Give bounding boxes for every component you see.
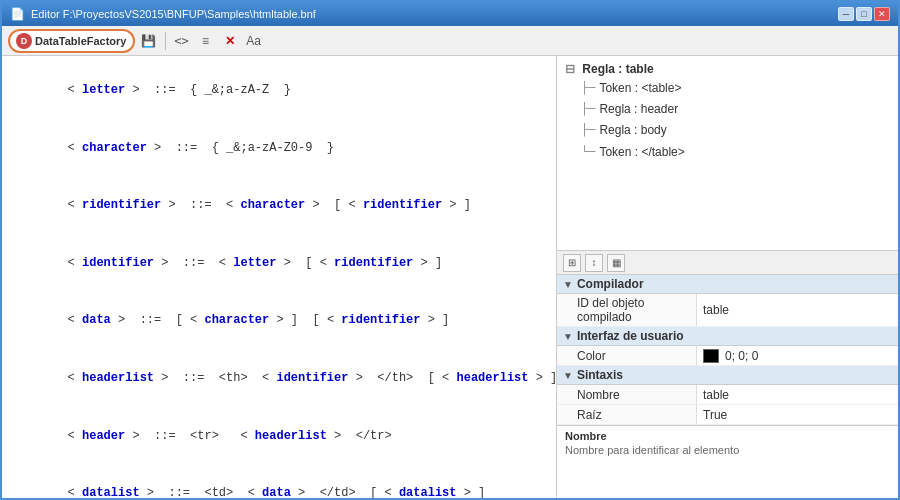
props-grid-btn[interactable]: ⊞ bbox=[563, 254, 581, 272]
toolbar: D DataTableFactory 💾 <> ≡ ✕ Aa bbox=[2, 26, 898, 56]
title-bar-controls: ─ □ ✕ bbox=[838, 7, 890, 21]
props-status-title: Nombre bbox=[565, 430, 890, 442]
props-status: Nombre Nombre para identificar al elemen… bbox=[557, 425, 898, 460]
props-table-btn[interactable]: ▦ bbox=[607, 254, 625, 272]
prop-row-color: Color 0; 0; 0 bbox=[557, 346, 898, 366]
prop-value-id: table bbox=[697, 294, 898, 326]
tree-connector-2: ├─ bbox=[581, 100, 595, 119]
factory-button[interactable]: D DataTableFactory bbox=[8, 29, 135, 53]
grammar-line-2: < character > ::= { _&;a-zA-Z0-9 } bbox=[10, 120, 548, 178]
title-bar-left: 📄 Editor F:\ProyectosVS2015\BNFUP\Sample… bbox=[10, 7, 316, 21]
section-sintaxis-toggle: ▼ bbox=[563, 370, 573, 381]
prop-label-color: Color bbox=[557, 346, 697, 365]
prop-label-raiz: Raíz bbox=[557, 405, 697, 424]
prop-row-nombre: Nombre table bbox=[557, 385, 898, 405]
prop-row-raiz: Raíz True bbox=[557, 405, 898, 425]
section-compilador[interactable]: ▼ Compilador bbox=[557, 275, 898, 294]
tree-label-2: Regla : header bbox=[599, 100, 678, 119]
tree-label-1: Token : <table> bbox=[599, 79, 681, 98]
grammar-line-4: < identifier > ::= < letter > [ < rident… bbox=[10, 235, 548, 293]
separator-1 bbox=[165, 32, 166, 50]
prop-row-id: ID del objeto compilado table bbox=[557, 294, 898, 327]
section-compilador-label: Compilador bbox=[577, 277, 644, 291]
props-status-desc: Nombre para identificar al elemento bbox=[565, 444, 890, 456]
save-icon-btn[interactable]: 💾 bbox=[139, 31, 159, 51]
tree-label-4: Token : </table> bbox=[599, 143, 684, 162]
section-ui-label: Interfaz de usuario bbox=[577, 329, 684, 343]
prop-label-id: ID del objeto compilado bbox=[557, 294, 697, 326]
color-value-text: 0; 0; 0 bbox=[725, 349, 758, 363]
factory-icon: D bbox=[16, 33, 32, 49]
tree-label-3: Regla : body bbox=[599, 121, 666, 140]
prop-label-nombre: Nombre bbox=[557, 385, 697, 404]
tree-item-2[interactable]: ├─ Regla : header bbox=[565, 99, 890, 120]
close-button[interactable]: ✕ bbox=[874, 7, 890, 21]
grammar-line-7: < header > ::= <tr> < headerlist > </tr> bbox=[10, 407, 548, 465]
font-btn[interactable]: Aa bbox=[244, 31, 264, 51]
maximize-button[interactable]: □ bbox=[856, 7, 872, 21]
tree-connector-3: ├─ bbox=[581, 121, 595, 140]
main-content: < letter > ::= { _&;a-zA-Z } < character… bbox=[2, 56, 898, 498]
list-view-btn[interactable]: ≡ bbox=[196, 31, 216, 51]
tree-root-icon: ⊟ bbox=[565, 62, 575, 76]
grammar-line-5: < data > ::= [ < character > ] [ < riden… bbox=[10, 292, 548, 350]
prop-value-color: 0; 0; 0 bbox=[697, 346, 898, 365]
grammar-line-3: < ridentifier > ::= < character > [ < ri… bbox=[10, 177, 548, 235]
color-swatch[interactable] bbox=[703, 349, 719, 363]
tree-item-4[interactable]: └─ Token : </table> bbox=[565, 142, 890, 163]
section-compilador-toggle: ▼ bbox=[563, 279, 573, 290]
grammar-line-6: < headerlist > ::= <th> < identifier > <… bbox=[10, 350, 548, 408]
minimize-button[interactable]: ─ bbox=[838, 7, 854, 21]
grammar-panel[interactable]: < letter > ::= { _&;a-zA-Z } < character… bbox=[2, 56, 557, 498]
right-panel: ⊟ Regla : table ├─ Token : <table> ├─ Re… bbox=[557, 56, 898, 498]
code-view-btn[interactable]: <> bbox=[172, 31, 192, 51]
window-title: Editor F:\ProyectosVS2015\BNFUP\Samples\… bbox=[31, 8, 316, 20]
section-ui[interactable]: ▼ Interfaz de usuario bbox=[557, 327, 898, 346]
tree-connector-1: ├─ bbox=[581, 79, 595, 98]
tree-root-label: Regla : table bbox=[582, 62, 653, 76]
delete-btn[interactable]: ✕ bbox=[220, 31, 240, 51]
props-toolbar: ⊞ ↕ ▦ bbox=[557, 251, 898, 275]
title-bar: 📄 Editor F:\ProyectosVS2015\BNFUP\Sample… bbox=[2, 2, 898, 26]
main-window: 📄 Editor F:\ProyectosVS2015\BNFUP\Sample… bbox=[0, 0, 900, 500]
prop-value-raiz: True bbox=[697, 405, 898, 424]
tree-item-1[interactable]: ├─ Token : <table> bbox=[565, 78, 890, 99]
tree-item-3[interactable]: ├─ Regla : body bbox=[565, 120, 890, 141]
section-sintaxis-label: Sintaxis bbox=[577, 368, 623, 382]
app-icon: 📄 bbox=[10, 7, 25, 21]
grammar-line-8: < datalist > ::= <td> < data > </td> [ <… bbox=[10, 465, 548, 498]
tree-root: ⊟ Regla : table bbox=[565, 62, 890, 76]
tree-connector-4: └─ bbox=[581, 143, 595, 162]
tree-panel: ⊟ Regla : table ├─ Token : <table> ├─ Re… bbox=[557, 56, 898, 251]
section-sintaxis[interactable]: ▼ Sintaxis bbox=[557, 366, 898, 385]
properties-panel: ⊞ ↕ ▦ ▼ Compilador ID del objeto compila… bbox=[557, 251, 898, 498]
grammar-line-1: < letter > ::= { _&;a-zA-Z } bbox=[10, 62, 548, 120]
prop-value-nombre: table bbox=[697, 385, 898, 404]
section-ui-toggle: ▼ bbox=[563, 331, 573, 342]
factory-label: DataTableFactory bbox=[35, 35, 127, 47]
props-sort-btn[interactable]: ↕ bbox=[585, 254, 603, 272]
